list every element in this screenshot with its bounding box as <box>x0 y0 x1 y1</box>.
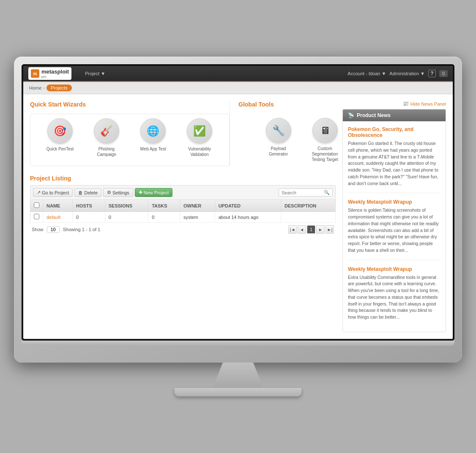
new-project-icon: ✚ <box>139 190 142 195</box>
logo-text-area: metasploit pro <box>41 68 69 79</box>
th-sessions: SESSIONS <box>105 200 148 212</box>
quick-start-title: Quick Start Wizards <box>30 101 230 108</box>
show-count-input[interactable] <box>47 226 60 233</box>
search-input[interactable] <box>282 190 324 195</box>
settings-icon: ⚙ <box>107 190 111 195</box>
wizard-item-vuln[interactable]: ✅ Vulnerability Validation <box>183 118 216 157</box>
metasploit-logo-icon: m <box>31 69 39 78</box>
wizards-grid: 🎯 Quick PenTest 🎸 Phishing Campaign 🌐 <box>30 114 230 166</box>
row-checkbox[interactable] <box>34 214 39 219</box>
listing-header: Project Listing <box>30 175 336 182</box>
last-page-btn[interactable]: ►| <box>326 225 334 234</box>
select-all-checkbox[interactable] <box>34 202 39 208</box>
news-article-1: Weekly Metasploit Wrapup Silence is gold… <box>348 199 440 260</box>
top-nav: m metasploit pro Project ▼ Account - tdo… <box>23 66 453 82</box>
hide-panel-link[interactable]: 📰 Hide News Panel <box>403 101 446 106</box>
go-to-project-icon: ↗ <box>37 190 41 195</box>
news-content: Pokemon Go, Security, and Obsolescence P… <box>343 121 446 332</box>
row-checkbox-cell <box>30 212 43 223</box>
stand-neck <box>213 363 263 388</box>
custom-segmentation-icon: 🖥 <box>312 118 338 143</box>
logo-text: metasploit <box>41 68 69 75</box>
table-footer: Show Showing 1 - 1 of 1 |◄ ◄ 1 ► ►| <box>30 223 336 236</box>
breadcrumb-current: Projects <box>47 85 72 91</box>
news-body-2: Extra Usability Commandline tools in gen… <box>348 274 440 321</box>
th-name: NAME <box>43 200 73 212</box>
logo-area: m metasploit pro <box>28 67 71 80</box>
logo-sub: pro <box>41 75 69 79</box>
news-body-0: Pokemon Go started it. The crusty old ho… <box>348 140 440 187</box>
go-to-project-label: Go to Project <box>42 190 69 195</box>
delete-label: Delete <box>84 190 98 195</box>
monitor-frame: m metasploit pro Project ▼ Account - tdo… <box>14 57 462 363</box>
new-project-button[interactable]: ✚ New Project <box>135 188 172 197</box>
toolbar: ↗ Go to Project 🗑 Delete ⚙ Settings <box>30 185 336 200</box>
go-to-project-button[interactable]: ↗ Go to Project <box>33 188 73 197</box>
listing-title: Project Listing <box>30 175 71 182</box>
prev-page-btn[interactable]: ◄ <box>298 225 306 234</box>
nav-administration[interactable]: Administration ▼ <box>389 71 425 76</box>
table-row: default 0 0 0 system about 14 hours ago <box>30 212 336 223</box>
web-app-test-label: Web App Test <box>140 146 166 152</box>
pagination: |◄ ◄ 1 ► ►| <box>288 225 334 234</box>
screen: m metasploit pro Project ▼ Account - tdo… <box>22 64 454 341</box>
news-title-1[interactable]: Weekly Metasploit Wrapup <box>348 199 440 205</box>
vuln-validation-label: Vulnerability Validation <box>183 146 216 157</box>
showing-text: Showing 1 - 1 of 1 <box>63 227 101 232</box>
project-name-link[interactable]: default <box>47 215 60 220</box>
settings-label: Settings <box>112 190 129 195</box>
quick-pentest-icon: 🎯 <box>47 118 73 144</box>
monitor-bottom <box>22 341 454 346</box>
news-panel: 📡 Product News Pokemon Go, Security, and… <box>342 109 446 332</box>
th-checkbox <box>30 200 43 212</box>
page-1-btn[interactable]: 1 <box>307 225 315 234</box>
wizard-item-phishing[interactable]: 🎸 Phishing Campaign <box>90 118 123 157</box>
news-title-2[interactable]: Weekly Metasploit Wrapup <box>348 266 440 272</box>
news-article-0: Pokemon Go, Security, and Obsolescence P… <box>348 126 440 193</box>
nav-help[interactable]: ? <box>428 70 436 77</box>
new-project-label: New Project <box>144 190 169 195</box>
delete-button[interactable]: 🗑 Delete <box>74 188 101 197</box>
news-body-1: Silence is golden Taking screenshots of … <box>348 207 440 254</box>
search-box[interactable]: 🔍 <box>279 188 333 196</box>
stand-base <box>175 388 301 396</box>
th-updated: UPDATED <box>215 200 281 212</box>
first-page-btn[interactable]: |◄ <box>288 225 297 234</box>
breadcrumb: Home › Projects <box>23 82 453 94</box>
wizard-item-webapp[interactable]: 🌐 Web App Test <box>136 118 170 157</box>
screen-inner: m metasploit pro Project ▼ Account - tdo… <box>23 66 453 339</box>
nav-notifications-badge[interactable]: 0 <box>439 70 448 77</box>
row-owner-cell: system <box>180 212 215 223</box>
left-panel: Quick Start Wizards 🎯 Quick PenTest 🎸 Ph… <box>30 101 336 332</box>
row-hosts-cell: 0 <box>72 212 105 223</box>
logo-box: m metasploit pro <box>28 67 71 80</box>
tool-item-segmentation[interactable]: 🖥 Custom Segmentation Testing Target <box>308 118 342 162</box>
tool-item-payload[interactable]: 🔧 Payload Generator <box>262 118 295 162</box>
breadcrumb-sep: › <box>43 85 45 90</box>
th-tasks: TASKS <box>148 200 180 212</box>
nav-account[interactable]: Account - tdoan ▼ <box>347 71 386 76</box>
news-article-2: Weekly Metasploit Wrapup Extra Usability… <box>348 266 440 327</box>
nav-right: Account - tdoan ▼ Administration ▼ ? 0 <box>347 70 448 77</box>
news-title-0[interactable]: Pokemon Go, Security, and Obsolescence <box>348 126 440 138</box>
row-tasks-cell: 0 <box>148 212 180 223</box>
next-page-btn[interactable]: ► <box>316 225 325 234</box>
news-header: 📡 Product News <box>343 109 446 121</box>
th-description: DESCRIPTION <box>281 200 336 212</box>
row-name-cell: default <box>43 212 73 223</box>
show-label: Show <box>32 227 44 232</box>
hide-panel-icon: 📰 <box>403 101 409 106</box>
top-sections: Quick Start Wizards 🎯 Quick PenTest 🎸 Ph… <box>30 101 336 166</box>
breadcrumb-home[interactable]: Home <box>29 85 41 90</box>
search-icon: 🔍 <box>324 190 330 195</box>
settings-button[interactable]: ⚙ Settings <box>103 188 133 197</box>
phishing-campaign-label: Phishing Campaign <box>90 146 123 157</box>
hide-panel-label: Hide News Panel <box>410 101 446 106</box>
nav-project[interactable]: Project ▼ <box>80 66 110 82</box>
delete-icon: 🗑 <box>78 190 83 195</box>
news-header-icon: 📡 <box>348 112 354 118</box>
main-content: Quick Start Wizards 🎯 Quick PenTest 🎸 Ph… <box>23 94 453 339</box>
wizard-item-pentest[interactable]: 🎯 Quick PenTest <box>43 118 77 157</box>
payload-generator-icon: 🔧 <box>266 118 291 143</box>
custom-segmentation-label: Custom Segmentation Testing Target <box>308 146 342 162</box>
